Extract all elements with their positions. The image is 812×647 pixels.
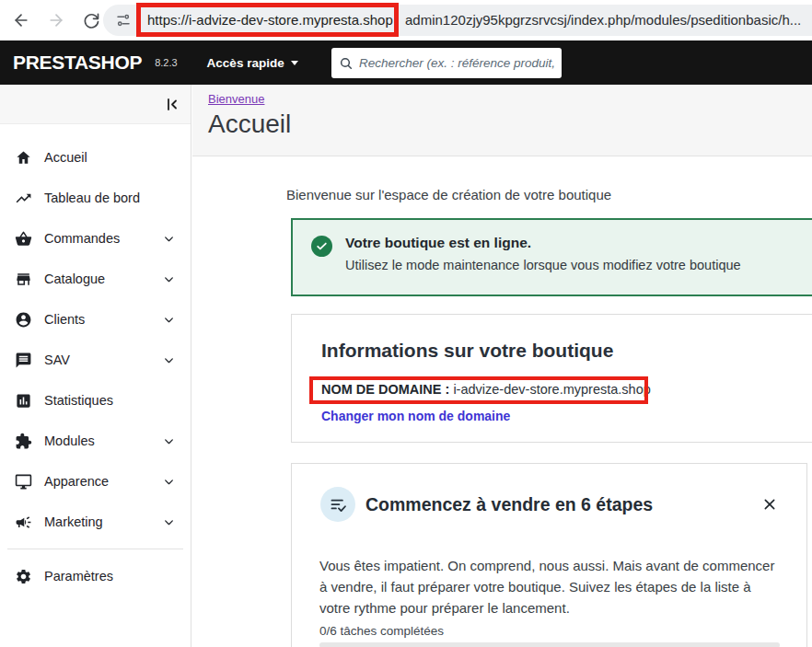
sidebar-item-parametres[interactable]: Paramètres	[0, 556, 191, 596]
sidebar-item-tableau-de-bord[interactable]: Tableau de bord	[0, 178, 191, 218]
page-title: Accueil	[208, 110, 812, 139]
chevron-down-icon	[163, 233, 175, 245]
onboarding-card: Commencez à vendre en 6 étapes Vous êtes…	[291, 463, 807, 647]
sidebar-divider	[7, 549, 183, 549]
browser-reload-icon[interactable]	[82, 11, 100, 29]
global-search	[331, 48, 562, 78]
basket-icon	[15, 230, 32, 248]
domain-line: NOM DE DOMAINE : i-advize-dev-store.mypr…	[321, 382, 791, 397]
chevron-down-icon	[163, 273, 175, 285]
sidebar-item-label: Apparence	[44, 474, 109, 489]
sidebar: Accueil Tableau de bord Commandes	[0, 85, 191, 647]
close-icon[interactable]	[762, 497, 777, 512]
sidebar-item-modules[interactable]: Modules	[0, 421, 191, 461]
gear-icon	[15, 568, 32, 585]
megaphone-icon	[15, 514, 32, 531]
address-bar[interactable]: https://i-advize-dev-store.mypresta.shop…	[103, 5, 812, 36]
quick-access-dropdown[interactable]: Accès rapide	[207, 56, 299, 70]
sidebar-item-accueil[interactable]: Accueil	[0, 137, 191, 178]
page-header: Bienvenue Accueil	[192, 85, 812, 156]
sidebar-item-label: Marketing	[44, 514, 103, 529]
monitor-icon	[15, 473, 32, 491]
sidebar-item-sav[interactable]: SAV	[0, 340, 191, 380]
main-content: Bienvenue Accueil Bienvenue sur l'espace…	[192, 85, 812, 647]
check-circle-icon	[311, 236, 332, 257]
change-domain-link[interactable]: Changer mon nom de domaine	[321, 409, 791, 423]
url-rest-segment: admin120zjy95kpgrzsrvcsj/index.php/modul…	[405, 12, 801, 28]
page-body: Bienvenue sur l'espace de création de vo…	[192, 156, 812, 647]
sidebar-item-label: Accueil	[44, 150, 87, 165]
sidebar-item-label: Commandes	[44, 231, 120, 246]
quick-access-label: Accès rapide	[207, 56, 284, 70]
sidebar-item-clients[interactable]: Clients	[0, 299, 191, 340]
shop-info-title: Informations sur votre boutique	[321, 340, 791, 362]
sidebar-item-label: Paramètres	[44, 569, 113, 583]
sidebar-menu: Accueil Tableau de bord Commandes	[0, 137, 191, 596]
version-badge: 8.2.3	[155, 57, 177, 68]
domain-value: i-advize-dev-store.mypresta.shop	[453, 382, 650, 397]
sidebar-item-label: SAV	[44, 352, 70, 367]
site-settings-icon[interactable]	[115, 12, 132, 29]
sidebar-top-strip	[0, 85, 191, 124]
chevron-down-icon	[163, 314, 175, 326]
sidebar-collapse-icon[interactable]	[165, 97, 180, 112]
task-list-icon	[320, 487, 355, 522]
sidebar-item-label: Modules	[44, 433, 95, 448]
trending-up-icon	[15, 190, 32, 207]
alert-text: Utilisez le mode maintenance lorsque vou…	[345, 258, 797, 272]
browser-forward-icon	[47, 11, 65, 29]
browser-back-icon[interactable]	[12, 11, 30, 29]
sidebar-item-catalogue[interactable]: Catalogue	[0, 259, 191, 299]
onboarding-body: Vous êtes impatient. On comprend, nous a…	[319, 556, 784, 618]
sidebar-item-statistiques[interactable]: Statistiques	[0, 380, 191, 421]
chat-icon	[15, 352, 32, 369]
sidebar-item-label: Statistiques	[44, 393, 113, 408]
sidebar-item-label: Catalogue	[44, 272, 105, 286]
chevron-down-icon	[163, 354, 175, 366]
chevron-down-icon	[163, 435, 175, 447]
alert-title: Votre boutique est en ligne.	[345, 235, 797, 251]
shop-info-card: Informations sur votre boutique NOM DE D…	[291, 314, 812, 443]
search-icon	[339, 56, 354, 71]
prestashop-header: PRESTASHOP 8.2.3 Accès rapide	[0, 40, 812, 85]
onboarding-title: Commencez à vendre en 6 étapes	[365, 494, 653, 515]
browser-toolbar: https://i-advize-dev-store.mypresta.shop…	[0, 0, 812, 40]
search-input[interactable]	[359, 56, 554, 70]
breadcrumb[interactable]: Bienvenue	[208, 92, 264, 106]
url-highlighted-segment: https://i-advize-dev-store.mypresta.shop	[147, 12, 393, 28]
bar-chart-icon	[15, 392, 32, 410]
sidebar-item-commandes[interactable]: Commandes	[0, 218, 191, 259]
home-icon	[15, 149, 32, 167]
onboarding-progress-label: 0/6 tâches complétées	[319, 624, 444, 638]
person-circle-icon	[15, 311, 32, 329]
welcome-text: Bienvenue sur l'espace de création de vo…	[286, 187, 611, 202]
domain-label: NOM DE DOMAINE :	[321, 382, 449, 397]
chevron-down-icon	[163, 516, 175, 528]
store-icon	[15, 271, 32, 288]
sidebar-item-marketing[interactable]: Marketing	[0, 502, 191, 542]
shop-online-alert: Votre boutique est en ligne. Utilisez le…	[291, 218, 812, 296]
sidebar-item-apparence[interactable]: Apparence	[0, 461, 191, 502]
sidebar-item-label: Tableau de bord	[44, 191, 140, 205]
screen: https://i-advize-dev-store.mypresta.shop…	[0, 0, 812, 647]
puzzle-icon	[15, 433, 32, 450]
onboarding-progress-bar	[319, 642, 780, 647]
caret-down-icon	[290, 58, 299, 67]
chevron-down-icon	[163, 476, 175, 488]
sidebar-item-label: Clients	[44, 312, 85, 327]
prestashop-logo[interactable]: PRESTASHOP	[13, 52, 142, 74]
